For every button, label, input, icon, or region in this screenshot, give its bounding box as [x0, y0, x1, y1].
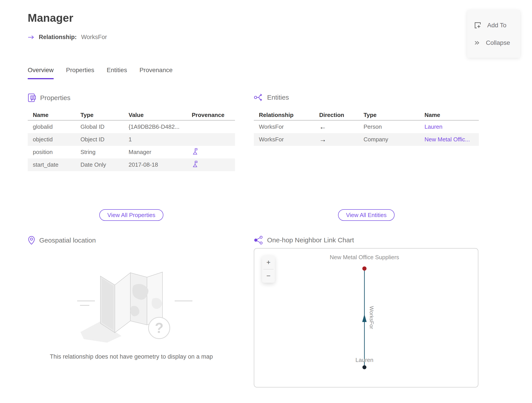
prop-provenance — [187, 160, 235, 169]
col-value: Value — [123, 112, 187, 118]
add-to-button[interactable]: Add To — [467, 20, 520, 30]
col-name: Name — [419, 112, 479, 118]
page-title: Manager — [28, 12, 73, 24]
geospatial-section-header: Geospatial location — [28, 236, 96, 245]
properties-table: Name Type Value Provenance globalid Glob… — [28, 110, 235, 171]
tab-overview[interactable]: Overview — [28, 67, 54, 79]
collapse-chevrons-icon — [474, 40, 480, 46]
direction-arrow-icon: ← — [314, 123, 358, 131]
tab-provenance[interactable]: Provenance — [139, 67, 172, 79]
col-relationship: Relationship — [254, 112, 314, 118]
collapse-button[interactable]: Collapse — [467, 38, 520, 48]
entities-section-title: Entities — [267, 94, 289, 101]
top-node-label: New Metal Office Suppliers — [330, 254, 399, 260]
zoom-out-button[interactable]: − — [262, 269, 275, 283]
zoom-in-button[interactable]: + — [262, 256, 275, 269]
table-row: WorksFor → Company New Metal Offic... — [254, 133, 479, 146]
view-all-properties-wrap: View All Properties — [28, 209, 235, 221]
relationship-subtitle: Relationship: WorksFor — [28, 34, 107, 41]
zoom-control: + − — [262, 256, 275, 283]
bottom-node-label: Lauren — [355, 357, 374, 363]
entity-type: Person — [358, 124, 419, 130]
link-chart-canvas[interactable]: WorksFor New Metal Office Suppliers Laur… — [254, 248, 478, 387]
entity-type: Company — [358, 136, 419, 143]
entity-relationship: WorksFor — [254, 124, 314, 130]
table-row: start_date Date Only 2017-08-18 — [28, 158, 235, 171]
col-direction: Direction — [314, 112, 358, 118]
prop-name: objectid — [28, 136, 75, 143]
table-row: WorksFor ← Person Lauren — [254, 121, 479, 133]
relationship-value: WorksFor — [81, 34, 107, 41]
entity-relationship: WorksFor — [254, 136, 314, 143]
entity-name-link[interactable]: Lauren — [419, 124, 479, 130]
prop-value: {1A9DB2B6-D482... — [123, 124, 187, 130]
location-pin-icon — [28, 236, 35, 245]
prop-type: Object ID — [75, 136, 123, 143]
link-chart-section-header: One-hop Neighbor Link Chart — [254, 236, 354, 245]
collapse-label: Collapse — [486, 39, 510, 46]
tab-entities[interactable]: Entities — [107, 67, 127, 79]
prop-name: position — [28, 149, 75, 156]
provenance-flag-icon[interactable] — [192, 160, 198, 168]
col-name: Name — [28, 112, 75, 118]
properties-icon — [28, 93, 36, 103]
link-chart-graph: WorksFor New Metal Office Suppliers Laur… — [254, 248, 478, 387]
prop-provenance — [187, 148, 235, 156]
view-all-properties-button[interactable]: View All Properties — [99, 209, 163, 221]
properties-table-header: Name Type Value Provenance — [28, 110, 235, 121]
entities-section-header: Entities — [254, 93, 289, 102]
entity-name-link[interactable]: New Metal Offic... — [419, 136, 479, 143]
add-to-label: Add To — [487, 22, 507, 29]
properties-section-header: Properties — [28, 93, 70, 103]
no-geometry-message: This relationship does not have geometry… — [28, 353, 235, 360]
prop-value: 2017-08-18 — [123, 161, 187, 168]
prop-name: start_date — [28, 161, 75, 168]
view-all-entities-button[interactable]: View All Entities — [338, 209, 395, 221]
entities-table: Relationship Direction Type Name WorksFo… — [254, 110, 479, 146]
link-chart-section-title: One-hop Neighbor Link Chart — [267, 236, 354, 244]
prop-type: Date Only — [75, 161, 123, 168]
map-placeholder-illustration: ? — [65, 259, 198, 348]
col-type: Type — [358, 112, 419, 118]
prop-type: Global ID — [75, 124, 123, 130]
top-node-circle[interactable] — [362, 266, 367, 271]
table-row: globalid Global ID {1A9DB2B6-D482... — [28, 121, 235, 133]
prop-value: 1 — [123, 136, 187, 143]
col-type: Type — [75, 112, 123, 118]
view-all-entities-wrap: View All Entities — [254, 209, 479, 221]
link-chart-icon — [254, 236, 263, 245]
table-row: objectid Object ID 1 — [28, 133, 235, 146]
relationship-detail-page: Manager Relationship: WorksFor Add To Co… — [0, 0, 532, 403]
prop-value: Manager — [123, 149, 187, 156]
provenance-flag-icon[interactable] — [192, 148, 198, 155]
actions-menu: Add To Collapse — [467, 10, 520, 58]
entities-icon — [254, 93, 263, 102]
col-provenance: Provenance — [187, 112, 235, 118]
edge-label: WorksFor — [369, 306, 375, 329]
direction-arrow-icon: → — [314, 135, 358, 143]
add-to-icon — [474, 21, 481, 29]
prop-type: String — [75, 149, 123, 156]
edge-arrowhead-icon — [362, 314, 367, 322]
prop-name: globalid — [28, 124, 75, 130]
entities-table-header: Relationship Direction Type Name — [254, 110, 479, 121]
tab-bar: Overview Properties Entities Provenance — [28, 67, 173, 79]
svg-text:?: ? — [155, 320, 163, 336]
relationship-label: Relationship: — [39, 34, 77, 41]
geospatial-section-title: Geospatial location — [39, 237, 96, 244]
relationship-arrow-icon — [28, 35, 34, 40]
table-row: position String Manager — [28, 146, 235, 158]
bottom-node-circle[interactable] — [362, 365, 367, 369]
properties-section-title: Properties — [40, 94, 70, 102]
map-placeholder: ? — [28, 259, 235, 348]
tab-properties[interactable]: Properties — [66, 67, 95, 79]
